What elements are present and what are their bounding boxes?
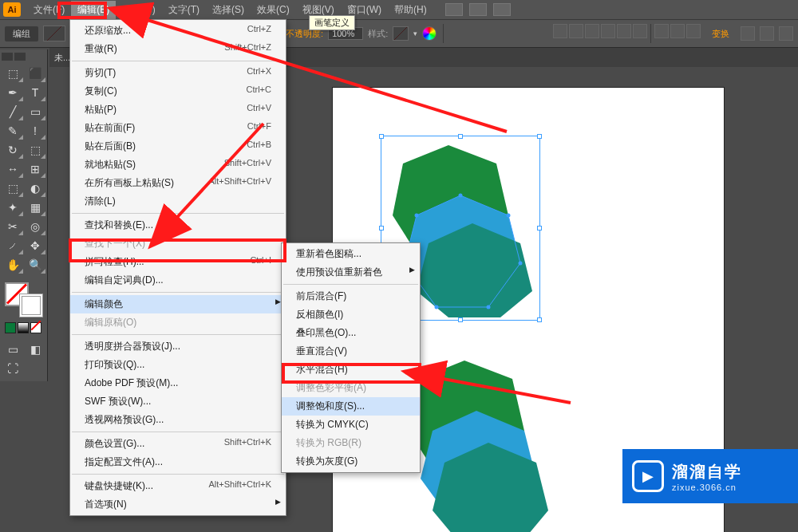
menubar: Ai 文件(F)编辑(E)对象(O)文字(T)选择(S)效果(C)视图(V)窗口… [0,0,798,19]
menu-entry[interactable]: 查找和替换(E)... [70,216,286,234]
menu-entry[interactable]: 拼写检查(H)...Ctrl+I [70,253,286,271]
menu-entry[interactable]: 贴在前面(F)Ctrl+F [70,119,286,137]
menu-entry[interactable]: Adobe PDF 预设(M)... [70,374,286,392]
menu-entry[interactable]: 就地粘贴(S)Shift+Ctrl+V [70,156,286,174]
menu-entry[interactable]: 转换为灰度(G) [282,452,420,471]
menu-entry[interactable]: 剪切(T)Ctrl+X [70,64,286,82]
tooltip-brush-definition: 画笔定义 [309,15,355,30]
menu-entry[interactable]: 水平混合(H) [282,361,420,379]
menu-entry[interactable]: 键盘快捷键(K)...Alt+Shift+Ctrl+K [70,477,286,495]
menu-entry: 查找下一个(X) [70,234,286,253]
menu-entry[interactable]: 调整饱和度(S)... [282,397,420,416]
menu-entry[interactable]: 编辑自定词典(D)... [70,271,286,290]
arrange-icon[interactable] [760,26,774,41]
swatch[interactable] [5,322,16,333]
isolation-icon[interactable] [741,26,755,41]
align-middle-icon[interactable] [617,24,631,38]
layout-icon[interactable] [445,3,463,16]
document-tab[interactable]: 未... [54,52,70,64]
tool-10[interactable]: ↔ [2,160,24,179]
recolor-icon[interactable] [422,26,437,41]
transform-link[interactable]: 变换 [712,28,729,40]
style-swatch[interactable] [393,26,409,41]
menu-entry[interactable]: 还原缩放...Ctrl+Z [70,22,286,40]
menu-item-1[interactable]: 编辑(E) [71,1,116,19]
tool-15[interactable]: ▦ [24,198,46,217]
distribute-icon[interactable] [670,24,685,38]
tool-5[interactable]: ▭ [24,102,46,121]
menu-item-8[interactable]: 帮助(H) [388,1,433,19]
tool-8[interactable]: ↻ [2,140,24,160]
tool-11[interactable]: ⊞ [24,160,46,179]
menu-item-4[interactable]: 选择(S) [206,1,251,19]
tool-3[interactable]: T [24,83,46,102]
screen-mode-icon[interactable]: ◧ [24,340,46,359]
menu-entry[interactable]: 指定配置文件(A)... [70,453,286,471]
app-logo: Ai [3,2,21,17]
tool-16[interactable]: ✂ [2,217,24,236]
menu-entry[interactable]: 前后混合(F) [282,287,420,305]
tool-2[interactable]: ✒ [2,83,24,102]
swatch[interactable] [18,322,29,333]
tool-19[interactable]: ✥ [24,236,46,255]
layout-icon[interactable] [469,3,487,16]
tool-9[interactable]: ⬚ [24,140,46,160]
tool-13[interactable]: ◐ [24,179,46,198]
menu-entry[interactable]: 颜色设置(G)...Shift+Ctrl+K [70,435,286,453]
change-screen-icon[interactable]: ⛶ [2,359,24,378]
menu-item-2[interactable]: 对象(O) [116,1,161,19]
layout-icon[interactable] [493,3,511,16]
align-right-icon[interactable] [585,24,599,38]
distribute-icon[interactable] [686,24,701,38]
menu-entry[interactable]: SWF 预设(W)... [70,392,286,411]
tool-20[interactable]: ✋ [2,255,24,274]
tool-4[interactable]: ╱ [2,102,24,121]
menu-item-5[interactable]: 效果(C) [251,1,296,19]
menu-entry[interactable]: 垂直混合(V) [282,342,420,361]
align-left-icon[interactable] [553,24,567,38]
menu-entry[interactable]: 贴在后面(B)Ctrl+B [70,137,286,156]
tool-6[interactable]: ✎ [2,121,24,140]
tool-7[interactable]: ! [24,121,46,140]
menu-entry[interactable]: 转换为 CMYK(C) [282,416,420,434]
align-bottom-icon[interactable] [633,24,647,38]
menu-item-0[interactable]: 文件(F) [27,1,71,19]
align-center-icon[interactable] [569,24,583,38]
menu-item-3[interactable]: 文字(T) [162,1,206,19]
tool-0[interactable]: ⬚ [2,64,24,83]
tool-18[interactable]: ⟋ [2,236,24,255]
tool-1[interactable]: ⬛ [24,64,46,83]
arrange-icon[interactable] [779,26,793,41]
align-icons [553,24,701,43]
tool-21[interactable]: 🔍 [24,255,46,274]
fill-stroke-control[interactable] [5,282,43,317]
menubar-layout-icons [445,3,511,16]
tool-14[interactable]: ✦ [2,198,24,217]
stroke-proxy[interactable] [19,294,43,317]
tool-17[interactable]: ◎ [24,217,46,236]
menu-entry[interactable]: 重做(R)Shift+Ctrl+Z [70,40,286,58]
menu-entry[interactable]: 重新着色图稿... [282,245,420,263]
align-top-icon[interactable] [601,24,615,38]
menu-entry[interactable]: 首选项(N) [70,495,286,514]
menu-entry[interactable]: 透视网格预设(G)... [70,411,286,429]
menu-entry[interactable]: 粘贴(P)Ctrl+V [70,100,286,119]
menu-entry[interactable]: 复制(C)Ctrl+C [70,82,286,100]
menu-entry[interactable]: 打印预设(Q)... [70,356,286,374]
tool-12[interactable]: ⬚ [2,179,24,198]
menu-entry: 编辑原稿(O) [70,313,286,332]
menu-entry[interactable]: 使用预设值重新着色 [282,263,420,282]
screen-mode-icon[interactable]: ▭ [2,340,24,359]
toolbox: ⬚⬛✒T╱▭✎!↻⬚↔⊞⬚◐✦▦✂◎⟋✥✋🔍 ▭ ◧ ⛶ [0,49,48,381]
menu-entry: 调整色彩平衡(A) [282,379,420,397]
fill-swatch[interactable] [43,26,65,41]
menu-entry[interactable]: 透明度拼合器预设(J)... [70,337,286,356]
distribute-icon[interactable] [654,24,669,38]
menu-entry[interactable]: 编辑颜色 [70,295,286,313]
swatch[interactable] [30,322,41,333]
menu-entry[interactable]: 清除(L) [70,192,286,211]
menu-entry[interactable]: 在所有画板上粘贴(S)Alt+Shift+Ctrl+V [70,174,286,192]
menu-entry[interactable]: 反相颜色(I) [282,305,420,324]
menu-entry: 转换为 RGB(R) [282,434,420,452]
menu-entry[interactable]: 叠印黑色(O)... [282,324,420,342]
